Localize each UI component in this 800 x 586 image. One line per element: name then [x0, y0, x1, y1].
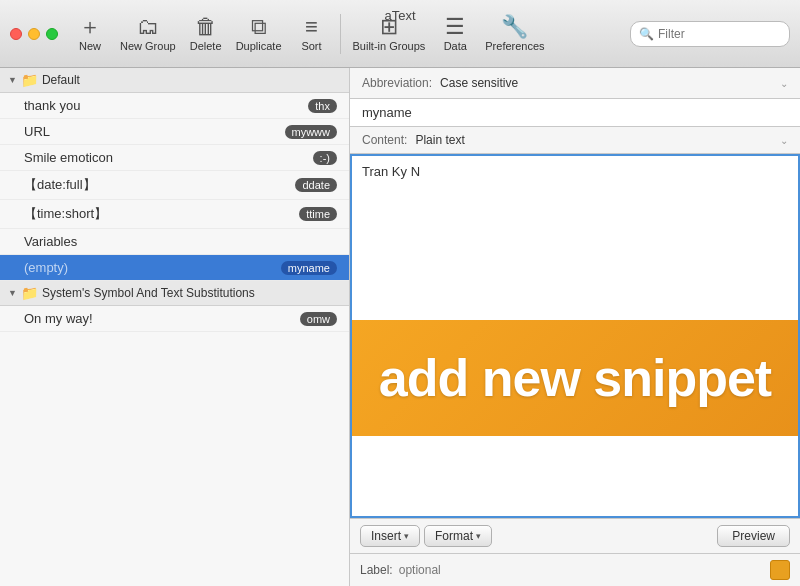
abbreviation-value-bar: myname	[350, 99, 800, 127]
add-snippet-banner: add new snippet	[352, 320, 798, 436]
content-type-select[interactable]: Plain text	[415, 133, 772, 147]
sidebar-item-date[interactable]: 【date:full】 ddate	[0, 171, 349, 200]
case-sensitive-select[interactable]: Case sensitive	[440, 76, 772, 90]
sidebar-item-label: 【date:full】	[24, 176, 295, 194]
chevron-down-icon: ▾	[404, 531, 409, 541]
sidebar-item-badge: ddate	[295, 178, 337, 192]
new-icon: ＋	[79, 16, 101, 38]
sidebar-item-badge: thx	[308, 99, 337, 113]
app-title: aText	[384, 8, 415, 23]
insert-label: Insert	[371, 529, 401, 543]
preview-label: Preview	[732, 529, 775, 543]
chevron-down-icon: ▾	[476, 531, 481, 541]
folder-icon: 📁	[21, 285, 38, 301]
sidebar-item-label: 【time:short】	[24, 205, 299, 223]
sidebar-item-label: (empty)	[24, 260, 281, 275]
filter-box[interactable]: 🔍	[630, 21, 790, 47]
duplicate-icon: ⧉	[251, 16, 267, 38]
chevron-down-icon: ⌄	[780, 78, 788, 89]
sidebar-item-variables[interactable]: Variables	[0, 229, 349, 255]
built-in-groups-label: Built-in Groups	[353, 40, 426, 52]
collapse-triangle-icon: ▼	[8, 288, 17, 298]
data-button[interactable]: ☰ Data	[433, 6, 477, 62]
filter-input[interactable]	[658, 27, 778, 41]
delete-button[interactable]: 🗑 Delete	[184, 6, 228, 62]
delete-label: Delete	[190, 40, 222, 52]
preferences-label: Preferences	[485, 40, 544, 52]
sidebar-group-system[interactable]: ▼ 📁 System's Symbol And Text Substitutio…	[0, 281, 349, 306]
sidebar-item-smile[interactable]: Smile emoticon :-)	[0, 145, 349, 171]
main-layout: ▼ 📁 Default thank you thx URL mywww Smil…	[0, 68, 800, 586]
duplicate-button[interactable]: ⧉ Duplicate	[230, 6, 288, 62]
new-button[interactable]: ＋ New	[68, 6, 112, 62]
format-button[interactable]: Format ▾	[424, 525, 492, 547]
new-label: New	[79, 40, 101, 52]
delete-icon: 🗑	[195, 16, 217, 38]
traffic-lights	[10, 28, 58, 40]
sidebar-item-label: Variables	[24, 234, 337, 249]
sidebar-item-label: thank you	[24, 98, 308, 113]
label-bar: Label:	[350, 553, 800, 586]
preferences-icon: 🔧	[501, 16, 528, 38]
abbreviation-value: myname	[362, 105, 412, 120]
label-color-swatch[interactable]	[770, 560, 790, 580]
titlebar: ＋ New 🗂 New Group 🗑 Delete ⧉ Duplicate ≡…	[0, 0, 800, 68]
new-group-icon: 🗂	[137, 16, 159, 38]
search-icon: 🔍	[639, 27, 654, 41]
sidebar-item-empty[interactable]: (empty) myname	[0, 255, 349, 281]
duplicate-label: Duplicate	[236, 40, 282, 52]
abbreviation-label: Abbreviation:	[362, 76, 432, 90]
sidebar: ▼ 📁 Default thank you thx URL mywww Smil…	[0, 68, 350, 586]
preferences-button[interactable]: 🔧 Preferences	[479, 6, 550, 62]
new-group-label: New Group	[120, 40, 176, 52]
chevron-down-icon: ⌄	[780, 135, 788, 146]
sidebar-item-omw[interactable]: On my way! omw	[0, 306, 349, 332]
sort-label: Sort	[301, 40, 321, 52]
sort-icon: ≡	[305, 16, 318, 38]
system-group-label: System's Symbol And Text Substitutions	[42, 286, 255, 300]
sidebar-item-badge: mywww	[285, 125, 338, 139]
abbreviation-bar: Abbreviation: Case sensitive ⌄	[350, 68, 800, 99]
new-group-button[interactable]: 🗂 New Group	[114, 6, 182, 62]
banner-text: add new snippet	[379, 349, 771, 407]
sidebar-item-url[interactable]: URL mywww	[0, 119, 349, 145]
folder-icon: 📁	[21, 72, 38, 88]
sidebar-group-default[interactable]: ▼ 📁 Default	[0, 68, 349, 93]
maximize-button[interactable]	[46, 28, 58, 40]
label-input[interactable]	[399, 563, 764, 577]
separator-1	[340, 14, 341, 54]
data-label: Data	[444, 40, 467, 52]
sidebar-item-time[interactable]: 【time:short】 ttime	[0, 200, 349, 229]
sidebar-item-label: URL	[24, 124, 285, 139]
sidebar-item-label: On my way!	[24, 311, 300, 326]
sidebar-item-badge: :-)	[313, 151, 337, 165]
format-label: Format	[435, 529, 473, 543]
default-group-label: Default	[42, 73, 80, 87]
sidebar-item-thank-you[interactable]: thank you thx	[0, 93, 349, 119]
content-area[interactable]: Tran Ky N add new snippet	[350, 154, 800, 518]
sidebar-item-label: Smile emoticon	[24, 150, 313, 165]
preview-button[interactable]: Preview	[717, 525, 790, 547]
content-header: Content: Plain text ⌄	[350, 127, 800, 154]
sidebar-empty-row	[0, 332, 349, 532]
collapse-triangle-icon: ▼	[8, 75, 17, 85]
sidebar-item-badge: myname	[281, 261, 337, 275]
sidebar-item-badge: ttime	[299, 207, 337, 221]
bottom-toolbar: Insert ▾ Format ▾ Preview	[350, 518, 800, 553]
data-icon: ☰	[445, 16, 465, 38]
sort-button[interactable]: ≡ Sort	[290, 6, 334, 62]
close-button[interactable]	[10, 28, 22, 40]
minimize-button[interactable]	[28, 28, 40, 40]
insert-button[interactable]: Insert ▾	[360, 525, 420, 547]
content-label: Content:	[362, 133, 407, 147]
sidebar-item-badge: omw	[300, 312, 337, 326]
right-panel: Abbreviation: Case sensitive ⌄ myname Co…	[350, 68, 800, 586]
label-text: Label:	[360, 563, 393, 577]
